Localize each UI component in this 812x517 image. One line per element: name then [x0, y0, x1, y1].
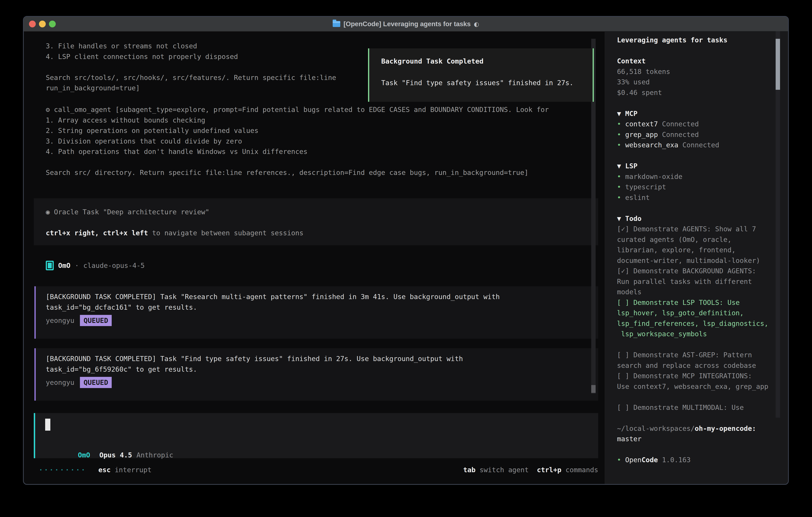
- oracle-hint-text: to navigate between subagent sessions: [148, 229, 303, 237]
- message-author: yeongyu: [46, 317, 74, 324]
- session-half-circle-icon: ◐: [474, 21, 479, 28]
- oracle-hint-keys: ctrl+x right, ctrl+x left: [46, 229, 148, 237]
- agent-separator: ·: [75, 262, 79, 270]
- context-tokens: 66,518 tokens: [617, 66, 768, 77]
- input-provider-name: Anthropic: [137, 451, 173, 459]
- todo-section-header[interactable]: ▼ Todo: [617, 213, 768, 224]
- message-line: [BACKGROUND TASK COMPLETED] Task "Resear…: [46, 292, 598, 302]
- text-line: [617, 203, 768, 213]
- screen: [OpenCode] Leveraging agents for tasks ◐…: [0, 0, 812, 517]
- workspace-path: ~/local-workspaces/oh-my-opencode:: [617, 423, 768, 434]
- status-badge: QUEUED: [80, 315, 112, 326]
- text-line: [617, 413, 768, 423]
- agent-header: OmO · claude-opus-4-5: [46, 260, 145, 271]
- text-cursor: [45, 419, 50, 431]
- text-line: [617, 339, 768, 350]
- text-line: 1. Array access without bounds checking: [46, 115, 549, 126]
- input-agent-name: OmO: [78, 451, 90, 459]
- lsp-item-eslint: • eslint: [617, 192, 768, 203]
- oracle-hint-row: ctrl+x right, ctrl+x left to navigate be…: [46, 228, 598, 238]
- todo-item-done: [✓] Demonstrate AGENTS: Show all 7: [617, 224, 768, 234]
- text-line: [46, 157, 549, 167]
- prompt-input[interactable]: OmOOpus 4.5Anthropic: [34, 413, 598, 458]
- esc-key-label: interrupt: [111, 466, 152, 474]
- text-line: Search src/tools/, src/hooks/, src/featu…: [46, 72, 336, 83]
- context-header: Context: [617, 56, 768, 66]
- text-line: search and replace across codebase: [617, 360, 768, 371]
- fisheye-icon: ◉: [46, 208, 54, 216]
- toast-body: Task "Find type safety issues" finished …: [381, 78, 592, 88]
- status-bar: ········· esc interrupt tab switch agent…: [39, 465, 598, 475]
- message-meta: yeongyuQUEUED: [46, 377, 598, 388]
- todo-item-pending: [ ] Demonstrate MCP INTEGRATIONS:: [617, 371, 768, 381]
- omo-agent-icon: [46, 261, 54, 270]
- mcp-item-context7: • context7 Connected: [617, 119, 768, 129]
- oracle-task-title-row: ◉ Oracle Task "Deep architecture review": [46, 207, 598, 217]
- lsp-section-header[interactable]: ▼ LSP: [617, 161, 768, 171]
- ctrlp-key-hint: ctrl+p: [537, 466, 561, 474]
- text-line: librarian, explore, frontend,: [617, 245, 768, 255]
- mcp-item-grep-app: • grep_app Connected: [617, 129, 768, 140]
- background-task-message: [BACKGROUND TASK COMPLETED] Task "Resear…: [34, 286, 598, 339]
- todo-item-active: [ ] Demonstrate LSP TOOLS: Use: [617, 297, 768, 308]
- todo-item-pending: [ ] Demonstrate MULTIMODAL: Use: [617, 402, 768, 413]
- text-line: curated agents (OmO, oracle,: [617, 234, 768, 245]
- text-line: lsp_find_references, lsp_diagnostics,: [617, 318, 768, 329]
- todo-item-pending: [ ] Demonstrate AST-GREP: Pattern: [617, 350, 768, 360]
- input-meta-row: OmOOpus 4.5Anthropic: [45, 443, 173, 467]
- sidebar-scrollbar-track[interactable]: [776, 31, 780, 418]
- text-line: run_in_background=true]: [46, 83, 336, 93]
- sidebar-content: Leveraging agents for tasks Context66,51…: [617, 35, 768, 465]
- close-window-button[interactable]: [29, 21, 36, 27]
- text-line: 2. String operations on potentially unde…: [46, 125, 549, 136]
- oracle-task-panel[interactable]: ◉ Oracle Task "Deep architecture review"…: [34, 198, 598, 245]
- chat-scrollbar-thumb[interactable]: [591, 385, 596, 393]
- agent-model: claude-opus-4-5: [83, 262, 145, 270]
- zoom-window-button[interactable]: [49, 21, 56, 27]
- text-line: Run parallel tasks with different: [617, 276, 768, 287]
- toast-title: Background Task Completed: [381, 56, 592, 66]
- text-line: [46, 62, 336, 72]
- folder-icon: [333, 21, 340, 27]
- chat-scrollback-top: 3. File handles or streams not closed4. …: [46, 41, 336, 93]
- todo-item-done: [✓] Demonstrate BACKGROUND AGENTS:: [617, 266, 768, 276]
- input-model-name: Opus 4.5: [99, 451, 132, 459]
- window-title: [OpenCode] Leveraging agents for tasks: [344, 20, 470, 28]
- background-task-message: [BACKGROUND TASK COMPLETED] Task "Find t…: [34, 348, 598, 401]
- text-line: 4. Path operations that don't handle Win…: [46, 146, 549, 157]
- text-line: Use context7, websearch_exa, grep_app: [617, 381, 768, 392]
- text-line: [617, 98, 768, 108]
- status-right: tab switch agent ctrl+p commands: [463, 466, 598, 474]
- terminal-window: [OpenCode] Leveraging agents for tasks ◐…: [23, 16, 789, 485]
- context-spent: $0.46 spent: [617, 87, 768, 98]
- window-titlebar[interactable]: [OpenCode] Leveraging agents for tasks ◐: [24, 17, 788, 32]
- text-line: [617, 444, 768, 455]
- message-meta: yeongyuQUEUED: [46, 315, 598, 326]
- sidebar-scrollbar-thumb[interactable]: [776, 39, 780, 90]
- mcp-section-header[interactable]: ▼ MCP: [617, 108, 768, 119]
- context-used: 33% used: [617, 77, 768, 87]
- text-line: lsp_hover, lsp_goto_definition,: [617, 308, 768, 318]
- minimize-window-button[interactable]: [39, 21, 46, 27]
- tab-key-hint: tab: [463, 466, 475, 474]
- tool-call-block: ⚙ call_omo_agent [subagent_type=explore,…: [46, 104, 549, 178]
- tool-call-line: ⚙ call_omo_agent [subagent_type=explore,…: [46, 104, 549, 115]
- background-task-toast: Background Task Completed Task "Find typ…: [368, 48, 594, 102]
- text-line: 3. File handles or streams not closed: [46, 41, 336, 51]
- opencode-version: • OpenCode 1.0.163: [617, 455, 768, 465]
- text-line: models: [617, 287, 768, 297]
- activity-dots-icon: ·········: [39, 466, 86, 474]
- text-line: lsp_workspace_symbols: [617, 329, 768, 339]
- esc-key-hint: esc: [98, 466, 111, 474]
- message-line: task_id="bg_6f59260c" to get results.: [46, 364, 598, 375]
- message-line: [BACKGROUND TASK COMPLETED] Task "Find t…: [46, 353, 598, 364]
- window-title-group: [OpenCode] Leveraging agents for tasks ◐: [333, 20, 479, 28]
- agent-name: OmO: [58, 262, 70, 270]
- lsp-item-typescript: • typescript: [617, 182, 768, 192]
- sidebar-session-title: Leveraging agents for tasks: [617, 35, 768, 45]
- message-author: yeongyu: [46, 378, 74, 386]
- tab-key-label: switch agent: [475, 466, 529, 474]
- session-sidebar: Leveraging agents for tasks Context66,51…: [605, 31, 788, 485]
- git-branch: master: [617, 434, 768, 444]
- mcp-item-websearch-exa: • websearch_exa Connected: [617, 140, 768, 151]
